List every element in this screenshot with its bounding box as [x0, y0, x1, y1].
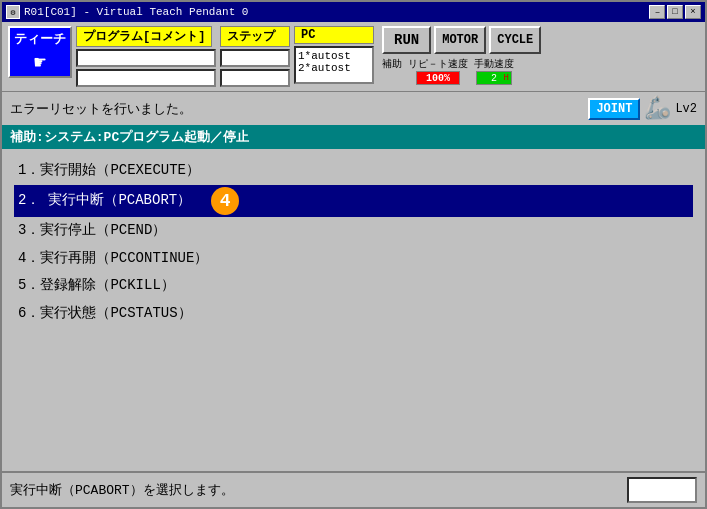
- list-item[interactable]: 6．実行状態（PCSTATUS）: [14, 300, 693, 328]
- pc-label: PC: [294, 26, 374, 44]
- pc-line1: 1*autost: [298, 50, 370, 62]
- run-button[interactable]: RUN: [382, 26, 431, 54]
- main-content: 1．実行開始（PCEXECUTE）2．実行中断（PCABORT）43．実行停止（…: [2, 149, 705, 471]
- joint-area: JOINT 🦾 Lv2: [588, 95, 697, 122]
- manual-speed-col: 手動速度 2: [474, 57, 514, 85]
- program-label: プログラム[コメント]: [76, 26, 212, 47]
- menu-item-text: 実行停止（PCEND）: [40, 222, 166, 238]
- cursor-icon: ☛: [34, 50, 46, 75]
- menu-item-num: 5．: [18, 277, 40, 293]
- repeat-speed-col: リピ－ト速度 100%: [408, 57, 468, 85]
- menu-list: 1．実行開始（PCEXECUTE）2．実行中断（PCABORT）43．実行停止（…: [14, 157, 693, 328]
- toolbar: ティーチ ☛ プログラム[コメント] ステップ PC 1*autost 2*au…: [2, 22, 705, 92]
- manual-speed-value: 2: [491, 73, 497, 84]
- manual-speed-label: 手動速度: [474, 57, 514, 71]
- step-input[interactable]: [220, 49, 290, 67]
- lv-text: Lv2: [675, 102, 697, 116]
- menu-item-num: 4．: [18, 250, 40, 266]
- list-item[interactable]: 5．登録解除（PCKILL）: [14, 272, 693, 300]
- menu-item-num: 6．: [18, 305, 40, 321]
- speed-bar-red: 100%: [416, 71, 460, 85]
- title-bar-left: ⚙ R01[C01] - Virtual Teach Pendant 0: [6, 5, 248, 19]
- main-window: ⚙ R01[C01] - Virtual Teach Pendant 0 － □…: [0, 0, 707, 509]
- motor-button[interactable]: MOTOR: [434, 26, 486, 54]
- status-text: 実行中断（PCABORT）を選択します。: [10, 481, 234, 499]
- step-field: ステップ: [220, 26, 290, 87]
- error-message: エラーリセットを行いました。: [10, 100, 192, 118]
- cycle-button[interactable]: CYCLE: [489, 26, 541, 54]
- menu-item-text: 実行再開（PCCONTINUE）: [40, 250, 208, 266]
- robot-icon: 🦾: [644, 95, 671, 122]
- menu-item-text: 実行状態（PCSTATUS）: [40, 305, 191, 321]
- speed-area: 補助 リピ－ト速度 100% 手動速度 2: [382, 57, 541, 85]
- pc-field: PC 1*autost 2*autost: [294, 26, 374, 84]
- top-row-buttons: RUN MOTOR CYCLE: [382, 26, 541, 54]
- program-input-2[interactable]: [76, 69, 216, 87]
- status-bar: 実行中断（PCABORT）を選択します。: [2, 471, 705, 507]
- maximize-button[interactable]: □: [667, 5, 683, 19]
- title-controls: － □ ×: [649, 5, 701, 19]
- right-buttons: RUN MOTOR CYCLE 補助 リピ－ト速度 100% 手動速度 2: [382, 26, 541, 85]
- step-label: ステップ: [220, 26, 290, 47]
- list-item[interactable]: 4．実行再開（PCCONTINUE）: [14, 245, 693, 273]
- list-item[interactable]: 1．実行開始（PCEXECUTE）: [14, 157, 693, 185]
- program-field: プログラム[コメント]: [76, 26, 216, 87]
- menu-item-num: 2．: [18, 189, 40, 213]
- status-input[interactable]: [627, 477, 697, 503]
- step-input-2[interactable]: [220, 69, 290, 87]
- window-title: R01[C01] - Virtual Teach Pendant 0: [24, 6, 248, 18]
- minimize-button[interactable]: －: [649, 5, 665, 19]
- repeat-speed-label: リピ－ト速度: [408, 57, 468, 71]
- close-button[interactable]: ×: [685, 5, 701, 19]
- menu-title: 補助:システム:PCプログラム起動／停止: [2, 125, 705, 149]
- program-input[interactable]: [76, 49, 216, 67]
- list-item[interactable]: 2．実行中断（PCABORT）4: [14, 185, 693, 217]
- menu-item-text: 実行開始（PCEXECUTE）: [40, 162, 200, 178]
- teach-button[interactable]: ティーチ ☛: [8, 26, 72, 78]
- step-badge: 4: [211, 187, 239, 215]
- joint-button[interactable]: JOINT: [588, 98, 640, 120]
- hojo-label: 補助: [382, 57, 402, 85]
- list-item[interactable]: 3．実行停止（PCEND）: [14, 217, 693, 245]
- error-row: エラーリセットを行いました。 JOINT 🦾 Lv2: [2, 92, 705, 125]
- menu-item-text: 実行中断（PCABORT）: [48, 189, 191, 213]
- speed-bar-green: 2: [476, 71, 512, 85]
- pc-line2: 2*autost: [298, 62, 370, 74]
- teach-label: ティーチ: [14, 30, 66, 48]
- speed-value: 100%: [426, 73, 450, 84]
- menu-item-num: 3．: [18, 222, 40, 238]
- menu-item-num: 1．: [18, 162, 40, 178]
- app-icon: ⚙: [6, 5, 20, 19]
- pc-input-area: 1*autost 2*autost: [294, 46, 374, 84]
- title-bar: ⚙ R01[C01] - Virtual Teach Pendant 0 － □…: [2, 2, 705, 22]
- menu-item-text: 登録解除（PCKILL）: [40, 277, 174, 293]
